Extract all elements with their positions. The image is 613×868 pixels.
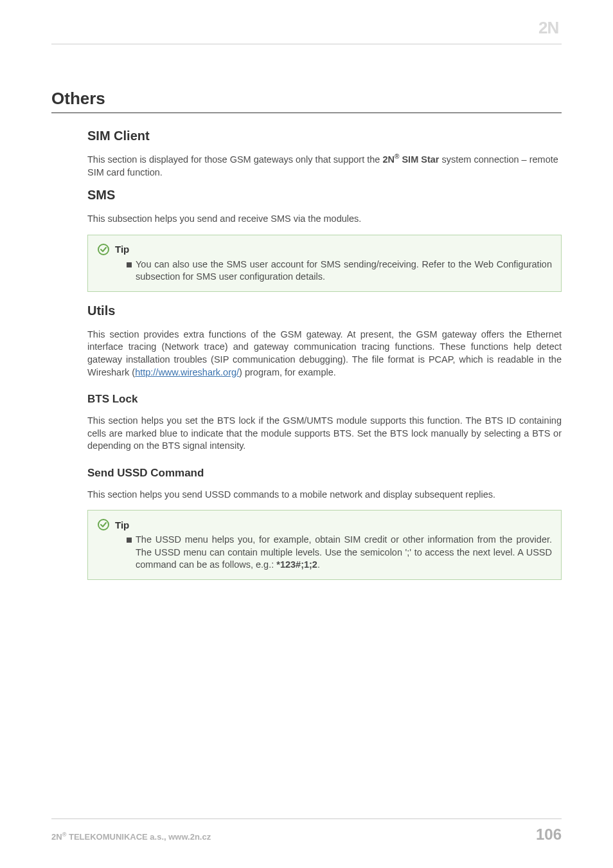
svg-point-2 xyxy=(98,520,109,530)
paragraph-utils: This section provides extra functions of… xyxy=(87,329,562,379)
page-footer: 2N® TELEKOMUNIKACE a.s., www.2n.cz 106 xyxy=(51,818,562,844)
page-number: 106 xyxy=(536,826,562,844)
heading-send-ussd: Send USSD Command xyxy=(87,467,562,480)
tip-title: Tip xyxy=(115,520,129,530)
tip-text: You can also use the SMS user account fo… xyxy=(136,258,552,284)
link-wireshark[interactable]: http://www.wireshark.org/ xyxy=(135,367,239,377)
brand-logo-text: 2N xyxy=(538,18,558,37)
brand-logo: 2N xyxy=(538,18,568,40)
tip-title: Tip xyxy=(115,244,129,255)
paragraph-send-ussd: This section helps you send USSD command… xyxy=(87,489,562,502)
footer-company: 2N® TELEKOMUNIKACE a.s., www.2n.cz xyxy=(51,832,211,842)
tip-box-ussd: Tip The USSD menu helps you, for example… xyxy=(87,510,562,580)
heading-bts-lock: BTS Lock xyxy=(87,393,562,406)
tip-box-sms: Tip You can also use the SMS user accoun… xyxy=(87,235,562,292)
bullet-icon xyxy=(127,538,132,543)
heading-sms: SMS xyxy=(87,188,562,203)
bullet-icon xyxy=(127,262,132,267)
check-circle-icon xyxy=(97,243,110,256)
heading-utils: Utils xyxy=(87,303,562,318)
tip-text: The USSD menu helps you, for example, ob… xyxy=(136,534,552,572)
check-circle-icon xyxy=(97,518,110,531)
paragraph-bts-lock: This section helps you set the BTS lock … xyxy=(87,415,562,453)
header-divider xyxy=(51,44,562,44)
paragraph-sim-client: This section is displayed for those GSM … xyxy=(87,154,562,179)
heading-sim-client: SIM Client xyxy=(87,129,562,143)
page-title: Others xyxy=(51,89,562,113)
svg-point-1 xyxy=(98,244,109,255)
paragraph-sms: This subsection helps you send and recei… xyxy=(87,213,562,226)
